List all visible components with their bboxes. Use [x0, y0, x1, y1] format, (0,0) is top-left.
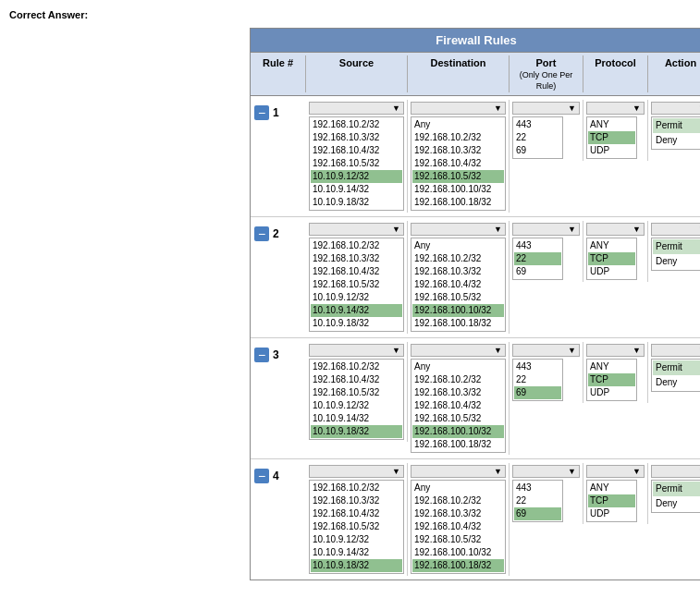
dest-item-3-5[interactable]: 192.168.100.10/32	[412, 425, 504, 438]
protocol-item-2-0[interactable]: ANY	[588, 239, 635, 252]
action-dropdown-4[interactable]: ▼	[651, 465, 700, 478]
action-list-4[interactable]: PermitDeny	[651, 480, 700, 513]
action-item-3-1[interactable]: Deny	[653, 375, 700, 390]
port-item-4-2[interactable]: 69	[514, 507, 561, 520]
source-item-1-6[interactable]: 10.10.9.18/32	[311, 196, 402, 209]
port-dropdown-2[interactable]: ▼	[512, 223, 580, 236]
port-dropdown-3[interactable]: ▼	[512, 344, 580, 357]
dest-item-1-6[interactable]: 192.168.100.18/32	[412, 196, 504, 209]
protocol-item-4-2[interactable]: UDP	[588, 507, 635, 520]
protocol-item-3-1[interactable]: TCP	[588, 373, 635, 386]
protocol-item-2-1[interactable]: TCP	[588, 252, 635, 265]
dest-item-4-5[interactable]: 192.168.100.10/32	[412, 546, 504, 559]
source-item-1-5[interactable]: 10.10.9.14/32	[311, 183, 402, 196]
protocol-dropdown-4[interactable]: ▼	[586, 465, 645, 478]
dest-item-2-6[interactable]: 192.168.100.18/32	[412, 317, 504, 330]
source-list-1[interactable]: 192.168.10.2/32192.168.10.3/32192.168.10…	[309, 116, 404, 211]
port-item-4-0[interactable]: 443	[514, 482, 561, 494]
source-item-2-5[interactable]: 10.10.9.14/32	[311, 304, 402, 317]
protocol-dropdown-3[interactable]: ▼	[586, 344, 645, 357]
protocol-item-1-2[interactable]: UDP	[588, 144, 635, 157]
action-item-1-1[interactable]: Deny	[653, 133, 700, 148]
port-item-2-1[interactable]: 22	[514, 252, 561, 265]
source-item-1-4[interactable]: 10.10.9.12/32	[311, 170, 402, 183]
source-item-3-3[interactable]: 10.10.9.12/32	[311, 399, 402, 412]
port-item-1-2[interactable]: 69	[514, 144, 561, 157]
source-item-1-3[interactable]: 192.168.10.5/32	[311, 157, 402, 170]
dest-item-3-3[interactable]: 192.168.10.4/32	[412, 399, 504, 412]
dest-list-2[interactable]: Any192.168.10.2/32192.168.10.3/32192.168…	[411, 238, 506, 332]
port-item-4-1[interactable]: 22	[514, 494, 561, 507]
source-list-2[interactable]: 192.168.10.2/32192.168.10.3/32192.168.10…	[309, 238, 404, 332]
dest-item-1-1[interactable]: 192.168.10.2/32	[412, 131, 504, 144]
port-list-2[interactable]: 4432269	[512, 238, 563, 280]
dest-item-2-5[interactable]: 192.168.100.10/32	[412, 304, 504, 317]
protocol-list-3[interactable]: ANYTCPUDP	[586, 359, 637, 401]
protocol-item-1-0[interactable]: ANY	[588, 118, 635, 131]
action-dropdown-2[interactable]: ▼	[651, 223, 700, 236]
port-list-4[interactable]: 4432269	[512, 480, 563, 522]
dest-list-4[interactable]: Any192.168.10.2/32192.168.10.3/32192.168…	[411, 480, 506, 574]
action-list-3[interactable]: PermitDeny	[651, 359, 700, 392]
protocol-item-1-1[interactable]: TCP	[588, 131, 635, 144]
source-dropdown-2[interactable]: ▼	[309, 223, 404, 236]
dest-item-3-2[interactable]: 192.168.10.3/32	[412, 386, 504, 399]
dest-item-4-6[interactable]: 192.168.100.18/32	[412, 559, 504, 572]
action-dropdown-3[interactable]: ▼	[651, 344, 700, 357]
dest-list-1[interactable]: Any192.168.10.2/32192.168.10.3/32192.168…	[411, 116, 506, 211]
dest-list-3[interactable]: Any192.168.10.2/32192.168.10.3/32192.168…	[411, 359, 506, 453]
source-item-4-1[interactable]: 192.168.10.3/32	[311, 494, 402, 507]
source-item-4-0[interactable]: 192.168.10.2/32	[311, 482, 402, 494]
dest-item-4-0[interactable]: Any	[412, 482, 504, 494]
source-list-3[interactable]: 192.168.10.2/32192.168.10.4/32192.168.10…	[309, 359, 404, 440]
port-item-1-0[interactable]: 443	[514, 118, 561, 131]
protocol-dropdown-2[interactable]: ▼	[586, 223, 645, 236]
source-item-3-2[interactable]: 192.168.10.5/32	[311, 386, 402, 399]
dest-item-2-0[interactable]: Any	[412, 239, 504, 252]
dest-item-3-6[interactable]: 192.168.100.18/32	[412, 438, 504, 451]
dest-item-1-4[interactable]: 192.168.10.5/32	[412, 170, 504, 183]
port-item-3-2[interactable]: 69	[514, 386, 561, 399]
source-item-3-1[interactable]: 192.168.10.4/32	[311, 373, 402, 386]
source-item-1-1[interactable]: 192.168.10.3/32	[311, 131, 402, 144]
source-item-2-4[interactable]: 10.10.9.12/32	[311, 291, 402, 304]
dest-item-4-2[interactable]: 192.168.10.3/32	[412, 507, 504, 520]
port-dropdown-4[interactable]: ▼	[512, 465, 580, 478]
source-item-4-6[interactable]: 10.10.9.18/32	[311, 559, 402, 572]
protocol-list-1[interactable]: ANYTCPUDP	[586, 116, 637, 159]
dest-item-4-1[interactable]: 192.168.10.2/32	[412, 494, 504, 507]
action-item-3-0[interactable]: Permit	[653, 360, 700, 375]
protocol-item-4-0[interactable]: ANY	[588, 482, 635, 494]
source-item-2-6[interactable]: 10.10.9.18/32	[311, 317, 402, 330]
source-item-3-5[interactable]: 10.10.9.18/32	[311, 425, 402, 438]
minus-button-1[interactable]: −	[254, 105, 269, 120]
minus-button-2[interactable]: −	[254, 226, 269, 241]
source-item-4-3[interactable]: 192.168.10.5/32	[311, 520, 402, 533]
port-item-2-2[interactable]: 69	[514, 265, 561, 278]
source-item-4-4[interactable]: 10.10.9.12/32	[311, 533, 402, 546]
dest-dropdown-4[interactable]: ▼	[411, 465, 506, 478]
dest-item-1-3[interactable]: 192.168.10.4/32	[412, 157, 504, 170]
action-list-1[interactable]: PermitDeny	[651, 116, 700, 150]
protocol-item-4-1[interactable]: TCP	[588, 494, 635, 507]
dest-item-4-4[interactable]: 192.168.10.5/32	[412, 533, 504, 546]
source-list-4[interactable]: 192.168.10.2/32192.168.10.3/32192.168.10…	[309, 480, 404, 574]
dest-item-2-1[interactable]: 192.168.10.2/32	[412, 252, 504, 265]
source-item-2-0[interactable]: 192.168.10.2/32	[311, 239, 402, 252]
action-dropdown-1[interactable]: ▼	[651, 102, 700, 115]
minus-button-3[interactable]: −	[254, 348, 269, 362]
source-item-3-4[interactable]: 10.10.9.14/32	[311, 412, 402, 425]
port-item-3-0[interactable]: 443	[514, 360, 561, 373]
protocol-dropdown-1[interactable]: ▼	[586, 102, 645, 115]
source-item-1-0[interactable]: 192.168.10.2/32	[311, 118, 402, 131]
port-item-3-1[interactable]: 22	[514, 373, 561, 386]
source-item-2-3[interactable]: 192.168.10.5/32	[311, 278, 402, 291]
dest-item-1-5[interactable]: 192.168.100.10/32	[412, 183, 504, 196]
action-item-4-1[interactable]: Deny	[653, 496, 700, 511]
action-item-2-1[interactable]: Deny	[653, 254, 700, 269]
dest-item-1-2[interactable]: 192.168.10.3/32	[412, 144, 504, 157]
source-item-2-2[interactable]: 192.168.10.4/32	[311, 265, 402, 278]
source-dropdown-3[interactable]: ▼	[309, 344, 404, 357]
protocol-list-4[interactable]: ANYTCPUDP	[586, 480, 637, 522]
dest-item-2-4[interactable]: 192.168.10.5/32	[412, 291, 504, 304]
